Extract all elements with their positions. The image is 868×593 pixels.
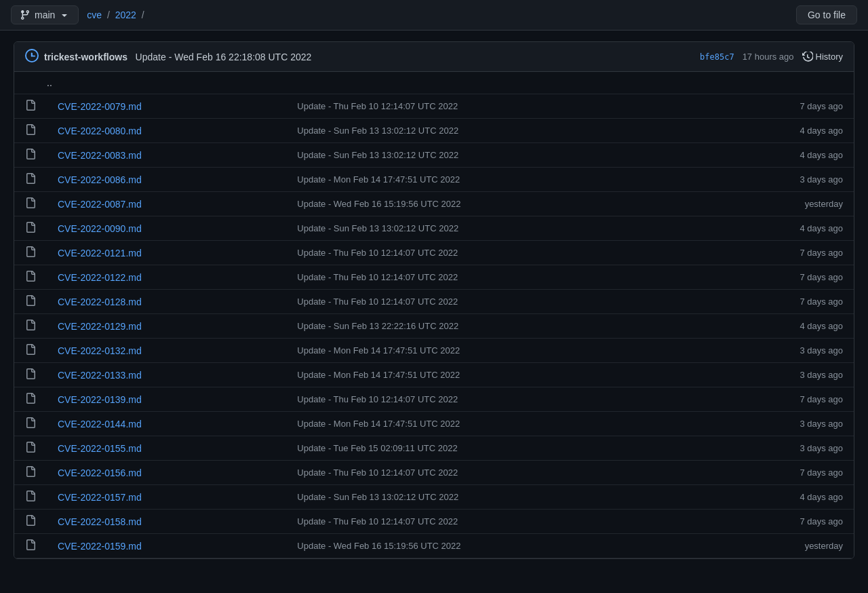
file-browser: trickest-workflows Update - Wed Feb 16 2… bbox=[14, 41, 854, 559]
commit-message-cell: Update - Mon Feb 14 17:47:51 UTC 2022 bbox=[286, 363, 707, 387]
file-name-cell[interactable]: CVE-2022-0087.md bbox=[47, 192, 286, 216]
file-icon-cell bbox=[14, 461, 47, 485]
file-name-cell[interactable]: CVE-2022-0144.md bbox=[47, 412, 286, 436]
file-name-cell[interactable]: CVE-2022-0083.md bbox=[47, 143, 286, 168]
file-name-link[interactable]: CVE-2022-0133.md bbox=[58, 370, 142, 381]
file-name-cell[interactable]: CVE-2022-0155.md bbox=[47, 436, 286, 461]
table-row: CVE-2022-0144.md Update - Mon Feb 14 17:… bbox=[14, 412, 854, 436]
file-icon-cell bbox=[14, 265, 47, 290]
timestamp-cell: 4 days ago bbox=[707, 485, 854, 510]
timestamp-cell: yesterday bbox=[707, 534, 854, 558]
table-row: CVE-2022-0090.md Update - Sun Feb 13 13:… bbox=[14, 216, 854, 241]
go-to-file-button[interactable]: Go to file bbox=[796, 5, 857, 24]
time-ago: 17 hours ago bbox=[743, 52, 794, 62]
commit-message-cell: Update - Wed Feb 16 15:19:56 UTC 2022 bbox=[286, 534, 707, 558]
table-row: CVE-2022-0121.md Update - Thu Feb 10 12:… bbox=[14, 241, 854, 265]
file-icon-cell bbox=[14, 534, 47, 558]
parent-dir-link[interactable]: .. bbox=[36, 72, 349, 94]
file-name-link[interactable]: CVE-2022-0156.md bbox=[58, 467, 142, 478]
file-name-link[interactable]: CVE-2022-0090.md bbox=[58, 223, 142, 234]
file-name-link[interactable]: CVE-2022-0079.md bbox=[58, 101, 142, 112]
table-row: CVE-2022-0139.md Update - Thu Feb 10 12:… bbox=[14, 387, 854, 412]
commit-message-cell: Update - Thu Feb 10 12:14:07 UTC 2022 bbox=[286, 241, 707, 265]
commit-message-cell: Update - Mon Feb 14 17:47:51 UTC 2022 bbox=[286, 168, 707, 192]
file-name-cell[interactable]: CVE-2022-0080.md bbox=[47, 119, 286, 143]
top-bar: main cve / 2022 / Go to file bbox=[0, 0, 868, 31]
file-name-cell[interactable]: CVE-2022-0139.md bbox=[47, 387, 286, 412]
file-name-link[interactable]: CVE-2022-0128.md bbox=[58, 296, 142, 307]
file-name-link[interactable]: CVE-2022-0158.md bbox=[58, 516, 142, 527]
file-name-link[interactable]: CVE-2022-0080.md bbox=[58, 126, 142, 136]
file-name-link[interactable]: CVE-2022-0129.md bbox=[58, 321, 142, 332]
file-name-cell[interactable]: CVE-2022-0122.md bbox=[47, 265, 286, 290]
file-icon bbox=[25, 222, 36, 233]
file-name-link[interactable]: CVE-2022-0087.md bbox=[58, 199, 142, 210]
file-name-cell[interactable]: CVE-2022-0159.md bbox=[47, 534, 286, 558]
file-name-link[interactable]: CVE-2022-0121.md bbox=[58, 248, 142, 259]
file-name-link[interactable]: CVE-2022-0155.md bbox=[58, 443, 142, 454]
file-name-link[interactable]: CVE-2022-0159.md bbox=[58, 541, 142, 552]
file-name-cell[interactable]: CVE-2022-0090.md bbox=[47, 216, 286, 241]
file-name-link[interactable]: CVE-2022-0086.md bbox=[58, 174, 142, 185]
file-icon bbox=[25, 295, 36, 306]
timestamp-cell: 3 days ago bbox=[707, 412, 854, 436]
file-icon bbox=[25, 417, 36, 428]
file-name-cell[interactable]: CVE-2022-0129.md bbox=[47, 314, 286, 339]
commit-message-cell: Update - Wed Feb 16 15:19:56 UTC 2022 bbox=[286, 192, 707, 216]
timestamp-cell: 4 days ago bbox=[707, 119, 854, 143]
table-row: CVE-2022-0122.md Update - Thu Feb 10 12:… bbox=[14, 265, 854, 290]
file-name-cell[interactable]: CVE-2022-0133.md bbox=[47, 363, 286, 387]
file-name-link[interactable]: CVE-2022-0144.md bbox=[58, 419, 142, 429]
workflow-name: trickest-workflows bbox=[44, 52, 127, 62]
table-row: CVE-2022-0155.md Update - Tue Feb 15 02:… bbox=[14, 436, 854, 461]
file-name-link[interactable]: CVE-2022-0122.md bbox=[58, 272, 142, 283]
file-name-cell[interactable]: CVE-2022-0079.md bbox=[47, 94, 286, 119]
commit-message-cell: Update - Thu Feb 10 12:14:07 UTC 2022 bbox=[286, 510, 707, 534]
file-name-link[interactable]: CVE-2022-0139.md bbox=[58, 394, 142, 405]
file-name-cell[interactable]: CVE-2022-0157.md bbox=[47, 485, 286, 510]
file-name-link[interactable]: CVE-2022-0157.md bbox=[58, 492, 142, 503]
timestamp-cell: 7 days ago bbox=[707, 387, 854, 412]
file-name-cell[interactable]: CVE-2022-0086.md bbox=[47, 168, 286, 192]
breadcrumb-slash-2: / bbox=[139, 9, 144, 20]
parent-dir-time bbox=[601, 72, 854, 94]
breadcrumb-2022[interactable]: 2022 bbox=[115, 9, 136, 20]
file-name-cell[interactable]: CVE-2022-0128.md bbox=[47, 290, 286, 314]
file-name-link[interactable]: CVE-2022-0132.md bbox=[58, 345, 142, 356]
file-table: .. bbox=[14, 72, 854, 94]
file-icon bbox=[25, 100, 36, 111]
table-row: CVE-2022-0132.md Update - Mon Feb 14 17:… bbox=[14, 339, 854, 363]
breadcrumb-cve[interactable]: cve bbox=[87, 9, 102, 20]
file-name-cell[interactable]: CVE-2022-0156.md bbox=[47, 461, 286, 485]
trickest-icon bbox=[25, 49, 39, 64]
file-name-cell[interactable]: CVE-2022-0158.md bbox=[47, 510, 286, 534]
repo-header-right: bfe85c7 17 hours ago History bbox=[700, 52, 843, 62]
file-icon bbox=[25, 466, 36, 477]
table-row: CVE-2022-0079.md Update - Thu Feb 10 12:… bbox=[14, 94, 854, 119]
commit-message-cell: Update - Mon Feb 14 17:47:51 UTC 2022 bbox=[286, 412, 707, 436]
commit-message-cell: Update - Mon Feb 14 17:47:51 UTC 2022 bbox=[286, 339, 707, 363]
timestamp-cell: 7 days ago bbox=[707, 461, 854, 485]
parent-dir-empty bbox=[349, 72, 601, 94]
branch-selector[interactable]: main bbox=[11, 5, 79, 24]
history-link[interactable]: History bbox=[802, 52, 843, 62]
table-row: CVE-2022-0083.md Update - Sun Feb 13 13:… bbox=[14, 143, 854, 168]
commit-message-cell: Update - Thu Feb 10 12:14:07 UTC 2022 bbox=[286, 387, 707, 412]
file-icon bbox=[25, 197, 36, 208]
commit-message-text bbox=[130, 52, 133, 62]
file-name-cell[interactable]: CVE-2022-0132.md bbox=[47, 339, 286, 363]
file-icon-cell bbox=[14, 241, 47, 265]
parent-dir-anchor[interactable]: .. bbox=[47, 77, 52, 88]
branch-name: main bbox=[35, 9, 55, 20]
file-icon-cell bbox=[14, 339, 47, 363]
table-row: CVE-2022-0157.md Update - Sun Feb 13 13:… bbox=[14, 485, 854, 510]
commit-hash[interactable]: bfe85c7 bbox=[700, 52, 734, 62]
breadcrumb-sep bbox=[81, 9, 84, 20]
file-icon-cell bbox=[14, 119, 47, 143]
file-name-link[interactable]: CVE-2022-0083.md bbox=[58, 150, 142, 161]
commit-message-cell: Update - Sun Feb 13 13:02:12 UTC 2022 bbox=[286, 216, 707, 241]
timestamp-cell: 3 days ago bbox=[707, 363, 854, 387]
chevron-down-icon bbox=[59, 9, 70, 20]
file-name-cell[interactable]: CVE-2022-0121.md bbox=[47, 241, 286, 265]
commit-message: Update - Wed Feb 16 22:18:08 UTC 2022 bbox=[136, 52, 312, 62]
